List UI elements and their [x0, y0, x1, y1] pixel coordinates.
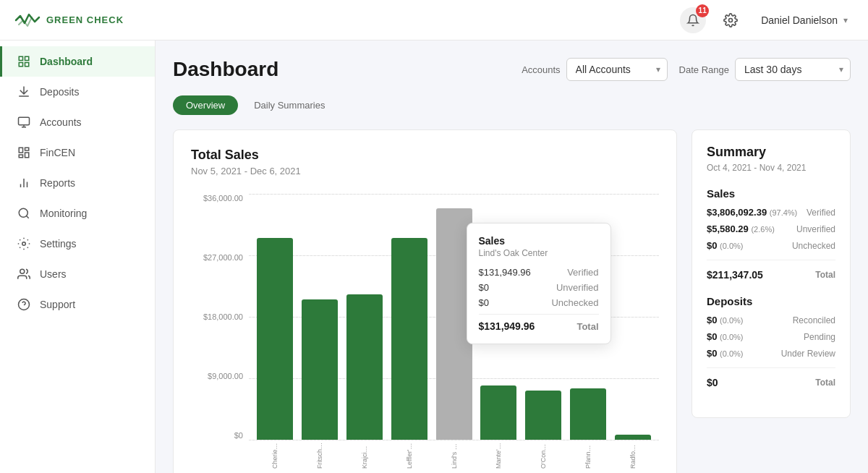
date-range-select-wrapper: Last 30 days — [735, 58, 851, 81]
summary-sales-section: Sales $3,806,092.39 (97.4%) Verified $5,… — [707, 187, 835, 281]
y-label-1: $36,000.00 — [191, 194, 249, 203]
svg-rect-1 — [19, 56, 22, 60]
sidebar-item-fincen[interactable]: FinCEN — [0, 137, 155, 168]
sidebar-item-reports[interactable]: Reports — [0, 168, 155, 198]
svg-rect-5 — [19, 117, 30, 125]
sidebar-label-dashboard: Dashboard — [40, 56, 93, 67]
accounts-select[interactable]: All Accounts — [566, 58, 668, 81]
sidebar-label-settings: Settings — [40, 238, 77, 250]
x-label-text-5: Mante's Compassionate -... — [495, 443, 502, 469]
x-label-1: Fritsch's Naturopathic... — [301, 440, 339, 469]
page-title: Dashboard — [173, 58, 278, 81]
accounts-control: Accounts All Accounts — [522, 58, 667, 81]
sidebar-item-settings[interactable]: Settings — [0, 229, 155, 259]
svg-rect-4 — [25, 63, 29, 67]
bar-2 — [346, 294, 383, 440]
bar-group-3[interactable] — [391, 194, 428, 440]
reports-icon — [17, 176, 31, 189]
sidebar-label-support: Support — [40, 299, 75, 310]
svg-rect-2 — [25, 56, 29, 60]
bar-group-1[interactable] — [301, 194, 339, 440]
accounts-select-wrapper: All Accounts — [566, 58, 668, 81]
logo-icon — [14, 12, 41, 29]
sidebar-label-reports: Reports — [40, 177, 75, 189]
svg-point-15 — [22, 242, 26, 246]
summary-unchecked-amount: $0 (0.0%) — [707, 240, 743, 251]
x-label-0: Cherie Test Account -... — [256, 440, 294, 469]
sidebar-item-deposits[interactable]: Deposits — [0, 77, 155, 107]
summary-deposits-reconciled: $0 (0.0%) Reconciled — [707, 315, 835, 325]
summary-verified-amount: $3,806,092.39 (97.4%) — [707, 207, 797, 218]
x-label-text-0: Cherie Test Account -... — [271, 443, 278, 469]
main-layout: Dashboard Deposits Accounts — [0, 41, 868, 473]
tooltip-total-row: $131,949.96 Total — [479, 314, 599, 332]
summary-deposits-reconciled-left: $0 (0.0%) — [707, 315, 743, 325]
bar-group-0[interactable] — [256, 194, 294, 440]
tooltip-unverified-value: $0 — [479, 282, 489, 293]
deposits-icon — [17, 85, 31, 98]
tab-daily-summaries[interactable]: Daily Summaries — [241, 95, 338, 115]
bar-8 — [615, 435, 651, 440]
summary-unverified-label: Unverified — [796, 224, 835, 234]
bar-group-8[interactable] — [614, 194, 652, 440]
settings-gear-button[interactable] — [718, 7, 744, 33]
summary-deposits-section: Deposits $0 (0.0%) Reconciled $0 (0.0%) … — [707, 295, 835, 388]
x-label-text-7: Pfannerstill's Rose Care... — [584, 443, 592, 469]
x-label-5: Mante's Compassionate -... — [480, 440, 517, 469]
tooltip-subtitle: Lind's Oak Center — [479, 248, 599, 258]
sidebar: Dashboard Deposits Accounts — [0, 41, 156, 473]
chart-plot: Sales Lind's Oak Center $131,949.96 Veri… — [249, 194, 659, 440]
svg-point-0 — [729, 18, 733, 22]
bar-1 — [302, 299, 338, 440]
topbar-right: 11 Daniel Danielson ▾ — [680, 7, 854, 33]
date-range-control: Date Range Last 30 days — [679, 58, 851, 81]
summary-reconciled-label: Reconciled — [793, 315, 835, 325]
dashboard-grid: Total Sales Nov 5, 2021 - Dec 6, 2021 $3… — [173, 129, 851, 473]
y-label-2: $27,000.00 — [191, 253, 249, 262]
summary-title: Summary — [707, 145, 835, 160]
summary-pending-label: Pending — [804, 332, 835, 342]
monitoring-icon — [17, 207, 31, 220]
summary-unverified-amount: $5,580.29 (2.6%) — [707, 223, 775, 234]
user-menu-button[interactable]: Daniel Danielson ▾ — [755, 12, 854, 29]
tooltip-total-value: $131,949.96 — [479, 320, 535, 332]
tooltip-verified-value: $131,949.96 — [479, 267, 531, 278]
summary-sales-total-label: Total — [815, 270, 835, 280]
svg-point-16 — [20, 269, 25, 273]
svg-rect-8 — [25, 153, 29, 158]
logo: GREEN CHECK — [14, 12, 124, 29]
summary-sales-total-row: $211,347.05 Total — [707, 269, 835, 281]
y-axis-labels: $36,000.00 $27,000.00 $18,000.00 $9,000.… — [191, 194, 249, 440]
date-range-select[interactable]: Last 30 days — [735, 58, 851, 81]
x-label-3: Leffler's Crystal Access... — [391, 440, 428, 469]
tab-overview[interactable]: Overview — [173, 95, 238, 115]
summary-deposits-total-row: $0 Total — [707, 377, 835, 388]
sidebar-item-monitoring[interactable]: Monitoring — [0, 198, 155, 229]
summary-deposits-total-amount: $0 — [707, 377, 718, 388]
tooltip-total-label: Total — [576, 321, 598, 332]
bar-6 — [525, 391, 561, 440]
x-label-text-2: Krajcik's Friendly Apo... — [361, 443, 368, 469]
svg-rect-6 — [19, 148, 22, 153]
sidebar-label-accounts: Accounts — [40, 116, 82, 128]
chart-card: Total Sales Nov 5, 2021 - Dec 6, 2021 $3… — [173, 129, 677, 473]
y-label-3: $18,000.00 — [191, 312, 249, 321]
bar-group-2[interactable] — [346, 194, 383, 440]
notification-button[interactable]: 11 — [680, 7, 706, 33]
sidebar-item-dashboard[interactable]: Dashboard — [0, 46, 155, 77]
summary-deposits-under-review-left: $0 (0.0%) — [707, 348, 743, 359]
bar-7 — [570, 388, 606, 440]
sidebar-label-monitoring: Monitoring — [40, 208, 87, 219]
summary-pending-amount: $0 (0.0%) — [707, 331, 743, 342]
sidebar-label-fincen: FinCEN — [40, 147, 75, 158]
sidebar-item-support[interactable]: Support — [0, 289, 155, 320]
tooltip-row-unverified: $0 Unverified — [479, 282, 599, 293]
bar-3 — [391, 238, 427, 440]
sidebar-item-users[interactable]: Users — [0, 259, 155, 289]
summary-sales-unverified-left: $5,580.29 (2.6%) — [707, 223, 775, 234]
summary-unchecked-label: Unchecked — [792, 241, 835, 251]
tooltip-unchecked-label: Unchecked — [551, 297, 598, 308]
sidebar-item-accounts[interactable]: Accounts — [0, 107, 155, 137]
svg-line-14 — [26, 216, 28, 218]
user-name: Daniel Danielson — [761, 14, 838, 26]
